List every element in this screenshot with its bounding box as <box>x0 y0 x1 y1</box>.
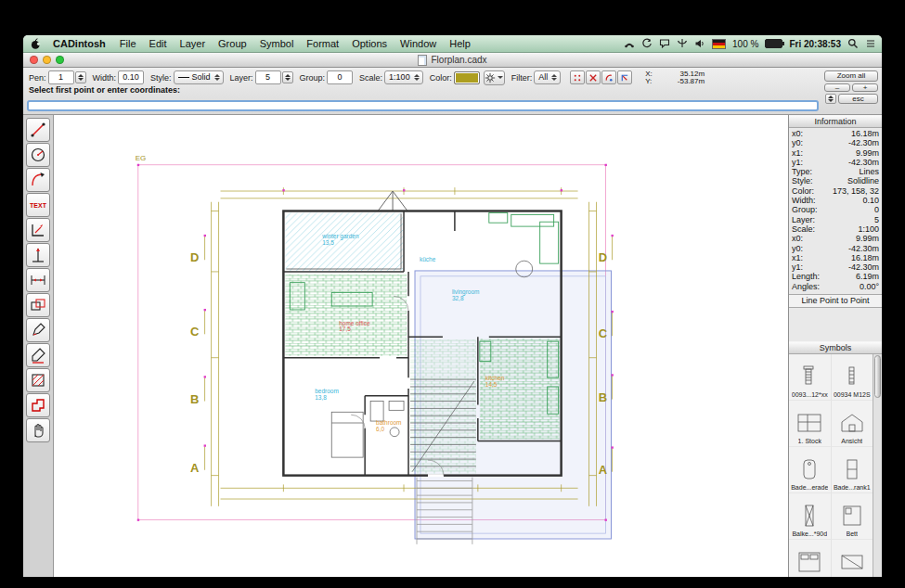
symbol-item[interactable]: Carport D... <box>832 540 874 577</box>
delete-element-button[interactable] <box>586 70 601 84</box>
window-controls <box>30 56 64 64</box>
menu-item[interactable]: Window <box>394 38 443 49</box>
symbol-item[interactable]: Bett 1.5...2 <box>789 540 832 577</box>
line-icon <box>29 121 47 139</box>
coordinate-input[interactable] <box>27 100 819 111</box>
symbol-item[interactable]: Ansicht <box>832 401 874 447</box>
symbols-scrollbar[interactable] <box>873 354 882 577</box>
menu-item[interactable]: File <box>113 38 143 49</box>
arc-tool[interactable] <box>26 168 50 192</box>
zoom-in-button[interactable]: + <box>852 83 878 92</box>
menu-clock[interactable]: Fri 20:38:53 <box>789 39 841 49</box>
menu-item[interactable]: Layer <box>174 38 213 49</box>
close-button[interactable] <box>30 56 38 64</box>
group-label: Group: <box>300 73 326 83</box>
symbol-item[interactable]: Bade...erade <box>789 447 832 493</box>
zoom-all-button[interactable]: Zoom all <box>824 70 878 82</box>
scrollbar-thumb[interactable] <box>874 355 881 398</box>
contour-tool[interactable] <box>26 393 50 417</box>
symbol-thumb-floorplan <box>794 409 825 437</box>
filter-label: Filter: <box>511 73 533 83</box>
right-panel: Information x0: 16.18m y0: -42.30m x1: 9… <box>788 115 882 577</box>
symbol-item[interactable]: Bade...rank1 <box>832 447 874 493</box>
dimension-linear-tool[interactable] <box>26 268 50 292</box>
menu-item[interactable]: Group <box>212 38 253 49</box>
minimize-button[interactable] <box>43 56 51 64</box>
menu-bar: CADintosh FileEditLayerGroupSymbolFormat… <box>23 35 882 53</box>
battery-icon[interactable] <box>765 39 782 48</box>
info-row-value: 0 <box>874 205 879 214</box>
dimension-corner-tool[interactable] <box>26 218 50 242</box>
scale-value: 1:100 <box>389 71 410 83</box>
width-value[interactable]: 0.10 <box>118 70 144 84</box>
app-menu-title[interactable]: CADintosh <box>45 38 113 49</box>
toolbar: Pen: 1 Width: 0.10 Style: Solid Layer: 5… <box>23 68 882 115</box>
dimension-vertical-icon <box>29 246 47 264</box>
info-row-value: Solidline <box>847 176 879 185</box>
chat-icon[interactable] <box>659 38 670 49</box>
color-well[interactable] <box>454 71 480 84</box>
coordinate-readout: X:35.12m Y:-53.87m <box>645 70 705 85</box>
keyboard-flag-icon[interactable] <box>712 39 726 49</box>
floorplan-drawing: EG D C B A <box>54 115 788 577</box>
zoom-button[interactable] <box>56 56 64 64</box>
menu-item[interactable]: Options <box>345 38 394 49</box>
text-tool[interactable]: TEXT <box>26 193 50 217</box>
symbol-thumb-screw <box>794 363 825 390</box>
settings-button[interactable] <box>484 70 505 85</box>
title-bar[interactable]: Florplan.cadx <box>23 53 882 68</box>
dimension-linear-icon <box>29 271 47 289</box>
layer-stepper[interactable] <box>282 71 293 83</box>
duplicate-tool[interactable] <box>26 293 50 317</box>
esc-button[interactable]: esc <box>838 94 878 104</box>
symbol-item[interactable]: 00934 M12S <box>832 354 874 401</box>
symbol-item[interactable]: 0093...12*xx <box>789 354 832 401</box>
desktop: CADintosh FileEditLayerGroupSymbolFormat… <box>0 0 905 588</box>
pen-value[interactable]: 1 <box>48 70 74 84</box>
arc-snap-button[interactable] <box>601 70 616 84</box>
y-value: -53.87m <box>656 78 705 85</box>
phone-icon[interactable] <box>624 38 635 49</box>
style-dropdown[interactable]: Solid <box>174 70 224 84</box>
notification-center-icon[interactable] <box>865 38 876 49</box>
corner-snap-button[interactable] <box>617 70 632 84</box>
layer-value[interactable]: 5 <box>255 70 281 84</box>
command-input-wrap <box>27 96 819 112</box>
snap-grid-button[interactable] <box>570 70 585 84</box>
prompt-label: Select first point or enter coordinates: <box>29 86 878 95</box>
apple-icon[interactable] <box>31 38 44 50</box>
info-row-value: 0.00° <box>860 282 879 291</box>
dimension-vertical-tool[interactable] <box>26 243 50 267</box>
drawing-canvas[interactable]: EG D C B A <box>54 115 788 577</box>
circle-tool[interactable] <box>26 143 50 167</box>
info-row: y1: -42.30m <box>789 262 882 272</box>
sync-icon[interactable] <box>641 38 653 49</box>
volume-icon[interactable] <box>694 38 705 49</box>
modify-pen-tool[interactable] <box>26 318 50 342</box>
info-row: y1: -42.30m <box>789 158 882 167</box>
corner-arrow-icon <box>620 73 629 83</box>
filter-dropdown[interactable]: All <box>534 70 561 84</box>
symbol-item[interactable]: 1. Stock <box>789 401 832 447</box>
menu-item[interactable]: Symbol <box>253 38 301 49</box>
menu-item[interactable]: Format <box>300 38 345 49</box>
esc-stepper[interactable] <box>825 94 836 104</box>
line-tool[interactable] <box>26 118 50 142</box>
svg-text:D: D <box>190 250 199 264</box>
layer-tag: EG <box>136 154 147 162</box>
symbol-item[interactable]: Balke...*90d <box>789 493 832 540</box>
airport-icon[interactable] <box>677 38 688 49</box>
pen-stepper[interactable] <box>75 71 86 83</box>
zoom-out-button[interactable]: – <box>824 83 850 92</box>
menu-item[interactable]: Edit <box>143 38 174 49</box>
symbol-item[interactable]: Bett <box>832 493 874 540</box>
hatch-tool[interactable] <box>26 368 50 392</box>
scale-dropdown[interactable]: 1:100 <box>384 70 423 84</box>
menu-item[interactable]: Help <box>443 38 477 49</box>
delete-pen-tool[interactable] <box>26 343 50 367</box>
group-value[interactable]: 0 <box>327 70 353 84</box>
spotlight-icon[interactable] <box>847 38 859 49</box>
svg-text:A: A <box>599 463 607 477</box>
info-row-value: 1:100 <box>858 224 879 234</box>
pan-tool[interactable] <box>26 418 50 442</box>
